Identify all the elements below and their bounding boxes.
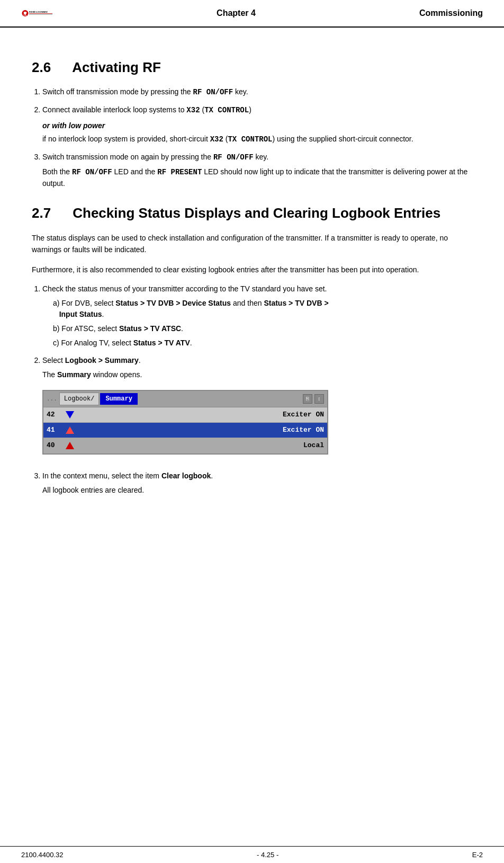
section-27-list: Check the status menus of your transmitt…: [42, 283, 472, 496]
ss-arrow-up-40: [62, 440, 77, 451]
page-footer: 2100.4400.32 - 4.25 - E-2: [0, 846, 504, 863]
section-26-list: Switch off transmission mode by pressing…: [42, 86, 472, 189]
italic-note: or with low power: [42, 120, 472, 131]
atv-bold: Status > TV ATV: [133, 339, 190, 347]
page-header: ROHDE & SCHWARZ Chapter 4 Commissioning: [0, 0, 504, 28]
step-26-2-text: Connect available interlock loop systems…: [42, 105, 251, 114]
step-26-1-text: Switch off transmission mode by pressing…: [42, 87, 248, 96]
ss-row-value-40: Local: [303, 440, 324, 451]
footer-center: - 4.25 -: [257, 851, 278, 859]
note-bold2: TX CONTROL: [228, 135, 272, 144]
sub-item-a: For DVB, select Status > TV DVB > Device…: [53, 298, 472, 320]
arrow-down-icon: [66, 411, 74, 419]
step-27-1-text: Check the status menus of your transmitt…: [42, 284, 327, 293]
step-26-3-text: Switch transmission mode on again by pre…: [42, 153, 268, 161]
step-27-2-text: Select Logbook > Summary.: [42, 356, 141, 364]
step-26-3-bold: RF ON/OFF: [213, 153, 254, 162]
note-body: if no interlock loop system is provided,…: [42, 135, 413, 143]
step-26-3-note: Both the RF ON/OFF LED and the RF PRESEN…: [42, 166, 472, 189]
footer-left: 2100.4400.32: [21, 851, 64, 859]
section-27-heading: Checking Status Displays and Clearing Lo…: [73, 205, 440, 221]
header-commissioning: Commissioning: [419, 8, 483, 18]
section-27-title: 2.7 Checking Status Displays and Clearin…: [32, 205, 472, 221]
step-27-2: Select Logbook > Summary. The Summary wi…: [42, 355, 472, 464]
ss-arrow-down-42: [62, 410, 77, 420]
page-content: 2.6 Activating RF Switch off transmissio…: [0, 28, 504, 536]
section-27-number: 2.7: [32, 205, 69, 221]
section-27-para1: The status displays can be used to check…: [32, 232, 472, 256]
section-26-heading: Activating RF: [72, 59, 161, 75]
ss-row-value-41: Exciter ON: [283, 425, 324, 435]
rf-present-led: RF PRESENT: [157, 168, 202, 176]
step-27-3: In the context menu, select the item Cle…: [42, 470, 472, 496]
clear-logbook-bold: Clear logbook: [161, 471, 211, 480]
ss-row-42: 42 Exciter ON: [43, 407, 327, 423]
section-27-para2: Furthermore, it is also recommended to c…: [32, 264, 472, 275]
ss-header: ... Logbook/ Summary ⎘ ↕: [43, 391, 327, 407]
screenshot-container: ... Logbook/ Summary ⎘ ↕ 42: [42, 390, 328, 455]
step-26-2: Connect available interlock loop systems…: [42, 104, 472, 145]
step-26-1: Switch off transmission mode by pressing…: [42, 86, 472, 98]
step-27-3-text: In the context menu, select the item Cle…: [42, 471, 213, 480]
note-bold1: X32: [210, 135, 223, 144]
logbook-summary-bold: Logbook > Summary: [65, 356, 139, 364]
ss-breadcrumb: ... Logbook/ Summary: [47, 393, 299, 405]
dvb-status-bold: Status > TV DVB > Device Status: [115, 299, 231, 307]
step-26-2-bold2: TX CONTROL: [204, 106, 249, 114]
section-26-number: 2.6: [32, 59, 69, 76]
arrow-up-icon-40: [66, 442, 74, 449]
ss-row-num-41: 41: [47, 425, 62, 435]
ss-row-num-42: 42: [47, 410, 62, 420]
header-chapter: Chapter 4: [217, 8, 256, 18]
rohde-schwarz-logo: ROHDE & SCHWARZ: [21, 5, 53, 21]
svg-text:ROHDE & SCHWARZ: ROHDE & SCHWARZ: [29, 11, 48, 13]
step-27-1: Check the status menus of your transmitt…: [42, 283, 472, 349]
rf-on-off-led: RF ON/OFF: [72, 168, 112, 176]
ss-icon-save: ⎘: [303, 394, 312, 404]
ss-icons: ⎘ ↕: [303, 394, 324, 404]
step-26-2-note: or with low power if no interlock loop s…: [42, 120, 472, 145]
ss-arrow-up-41: [62, 425, 77, 435]
sub-item-b: For ATSC, select Status > TV ATSC.: [53, 323, 472, 334]
logo-area: ROHDE & SCHWARZ: [21, 5, 53, 21]
footer-right: E-2: [472, 851, 483, 859]
ss-row-41: 41 Exciter ON: [43, 423, 327, 438]
ss-tab-logbook: Logbook/: [59, 393, 100, 405]
section-26-title: 2.6 Activating RF: [32, 59, 472, 76]
arrow-up-icon-41: [66, 426, 74, 434]
ss-row-value-42: Exciter ON: [283, 410, 324, 420]
sub-list-27-1: For DVB, select Status > TV DVB > Device…: [53, 298, 472, 349]
ss-row-40: 40 Local: [43, 438, 327, 453]
step-27-3-note: All logbook entries are cleared.: [42, 485, 472, 496]
ss-icon-arrow: ↕: [314, 394, 324, 404]
sub-item-c: For Analog TV, select Status > TV ATV.: [53, 337, 472, 349]
step-27-2-note: The Summary window opens.: [42, 369, 472, 380]
step-26-3: Switch transmission mode on again by pre…: [42, 152, 472, 189]
ss-row-num-40: 40: [47, 440, 62, 451]
step-26-2-bold1: X32: [186, 106, 200, 114]
ss-dots: ...: [47, 395, 57, 404]
ss-tab-summary: Summary: [100, 393, 137, 405]
summary-bold: Summary: [57, 370, 91, 379]
step-26-1-bold: RF ON/OFF: [193, 88, 233, 96]
screenshot-box: ... Logbook/ Summary ⎘ ↕ 42: [42, 390, 328, 455]
atsc-bold: Status > TV ATSC: [119, 324, 181, 333]
